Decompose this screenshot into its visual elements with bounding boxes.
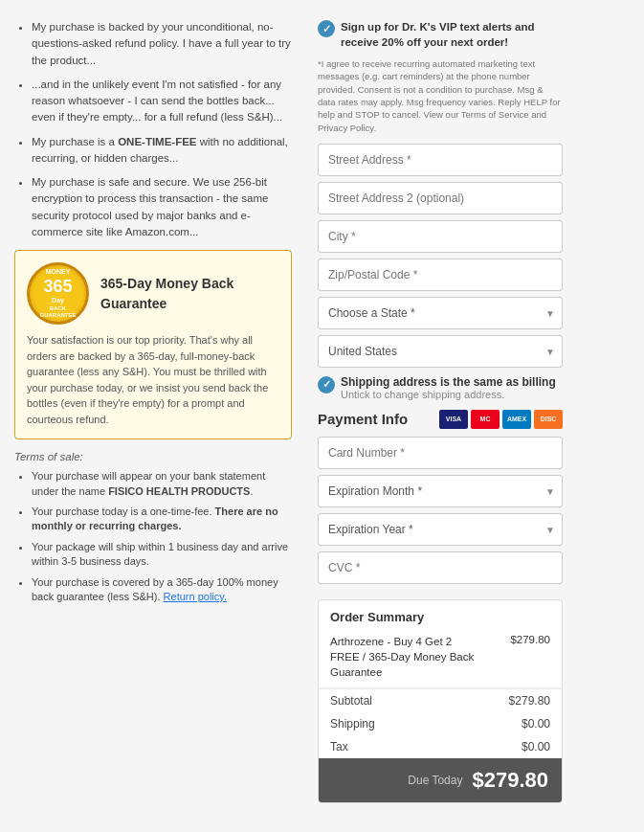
left-panel: My purchase is backed by your unconditio… xyxy=(0,10,306,813)
card-icons: VISA MC AMEX DISC xyxy=(439,410,563,429)
state-select[interactable]: Choose a State * Alabama Alaska Arizona … xyxy=(318,297,563,329)
shipping-same-label: Shipping address is the same as billing xyxy=(341,375,556,389)
guarantee-item-3: My purchase is a ONE-TIME-FEE with no ad… xyxy=(32,134,292,168)
order-summary-box: Order Summary Arthrozene - Buy 4 Get 2 F… xyxy=(318,599,563,803)
tax-value: $0.00 xyxy=(522,740,550,753)
state-select-wrapper: Choose a State * Alabama Alaska Arizona … xyxy=(318,297,563,329)
terms-item-2: Your purchase today is a one-time-fee. T… xyxy=(32,505,292,534)
expiration-year-wrapper: Expiration Year * 202420252026 202720282… xyxy=(318,513,563,546)
country-select-wrapper: United States Canada United Kingdom ▼ xyxy=(318,335,563,368)
tax-label: Tax xyxy=(330,740,348,753)
visa-icon: VISA xyxy=(439,410,468,429)
terms-heading: Terms of sale: xyxy=(14,449,292,465)
money-back-badge: MONEY 365 Day BACKGUARANTEE xyxy=(27,262,89,325)
shipping-same-row: Shipping address is the same as billing … xyxy=(318,375,563,400)
guarantee-item-2: ...and in the unlikely event I'm not sat… xyxy=(32,77,292,126)
terms-item-3: Your package will ship within 1 business… xyxy=(32,540,292,570)
payment-title: Payment Info xyxy=(318,411,408,427)
amex-icon: AMEX xyxy=(502,410,531,429)
payment-header: Payment Info VISA MC AMEX DISC xyxy=(318,410,563,429)
shipping-label: Shipping xyxy=(330,717,375,731)
city-input[interactable] xyxy=(318,220,563,253)
expiration-month-select[interactable]: Expiration Month * 010203 040506 070809 … xyxy=(318,475,563,507)
one-time-fee-label: ONE-TIME-FEE xyxy=(118,136,196,147)
guarantee-item-1: My purchase is backed by your unconditio… xyxy=(32,19,292,69)
due-today-amount: $279.80 xyxy=(472,768,548,793)
sms-optin-row: Sign up for Dr. K's VIP text alerts and … xyxy=(318,19,563,50)
street-address-input[interactable] xyxy=(318,144,563,176)
zip-input[interactable] xyxy=(318,259,563,291)
shipping-value: $0.00 xyxy=(522,717,550,731)
mastercard-icon: MC xyxy=(471,410,500,429)
expiration-month-wrapper: Expiration Month * 010203 040506 070809 … xyxy=(318,475,563,507)
subtotal-label: Subtotal xyxy=(330,694,372,708)
expiration-year-select[interactable]: Expiration Year * 202420252026 202720282… xyxy=(318,513,563,546)
shipping-same-sub: Untick to change shipping address. xyxy=(341,389,556,400)
sms-disclaimer: *I agree to receive recurring automated … xyxy=(318,57,563,134)
sms-checkbox[interactable] xyxy=(318,20,335,37)
order-product-row: Arthrozene - Buy 4 Get 2 FREE / 365-Day … xyxy=(319,630,562,688)
guarantees-list: My purchase is backed by your unconditio… xyxy=(14,19,292,240)
tax-row: Tax $0.00 xyxy=(319,735,562,758)
subtotal-value: $279.80 xyxy=(509,694,550,708)
subtotal-row: Subtotal $279.80 xyxy=(319,688,562,712)
order-summary-title: Order Summary xyxy=(319,600,562,630)
sms-text: Sign up for Dr. K's VIP text alerts and … xyxy=(341,19,563,50)
return-policy-link[interactable]: Return policy. xyxy=(164,591,227,602)
shipping-row: Shipping $0.00 xyxy=(319,712,562,735)
order-product-price: $279.80 xyxy=(510,634,550,680)
cvc-input[interactable] xyxy=(318,551,563,584)
terms-list: Your purchase will appear on your bank s… xyxy=(14,469,292,604)
guarantee-item-4: My purchase is safe and secure. We use 2… xyxy=(32,174,292,240)
money-back-text: Your satisfaction is our top priority. T… xyxy=(27,332,279,427)
order-product-name: Arthrozene - Buy 4 Get 2 FREE / 365-Day … xyxy=(330,634,483,680)
shipping-same-checkbox[interactable] xyxy=(318,376,335,394)
money-back-box: MONEY 365 Day BACKGUARANTEE 365-Day Mone… xyxy=(14,250,292,439)
due-today-box: Due Today $279.80 xyxy=(319,758,562,802)
terms-item-1: Your purchase will appear on your bank s… xyxy=(32,469,292,499)
discover-icon: DISC xyxy=(534,410,563,429)
money-back-title: 365-Day Money Back Guarantee xyxy=(100,274,279,314)
country-select[interactable]: United States Canada United Kingdom xyxy=(318,335,563,368)
terms-item-4: Your purchase is covered by a 365-day 10… xyxy=(32,575,292,605)
street-address2-input[interactable] xyxy=(318,182,563,214)
due-today-label: Due Today xyxy=(408,774,462,787)
right-panel: Sign up for Dr. K's VIP text alerts and … xyxy=(306,10,574,813)
card-number-input[interactable] xyxy=(318,437,563,469)
